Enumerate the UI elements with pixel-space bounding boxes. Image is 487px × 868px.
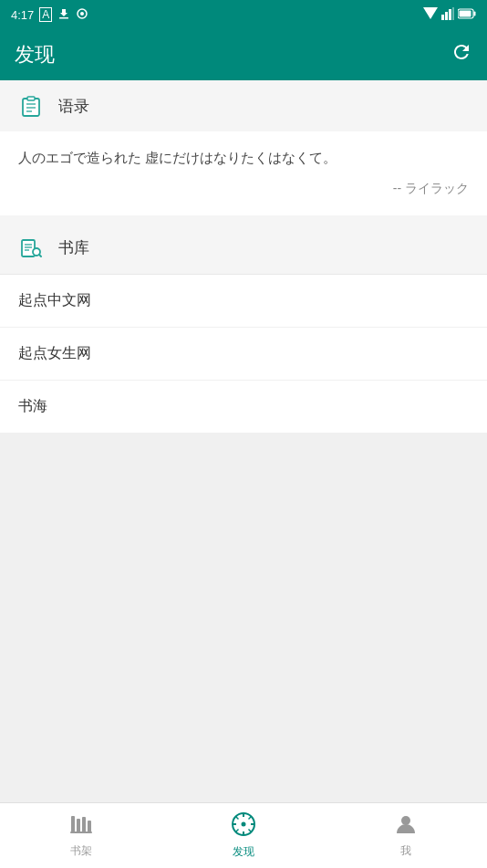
- nav-label-me: 我: [400, 843, 411, 859]
- download-icon: [57, 7, 70, 23]
- nav-item-me[interactable]: 我: [325, 803, 487, 868]
- signal-icon: [441, 7, 454, 23]
- status-left: 4:17 A: [11, 7, 88, 23]
- status-bar: 4:17 A: [0, 0, 487, 29]
- battery-icon: [458, 8, 476, 22]
- app-bar-title: 发现: [15, 41, 55, 68]
- refresh-button[interactable]: [451, 41, 472, 68]
- clipboard-icon: [15, 89, 47, 122]
- nav-label-discover: 发现: [233, 844, 254, 860]
- quote-text: 人のエゴで造られた 虚にだけはなりたくはなくて。: [18, 146, 469, 170]
- svg-marker-3: [423, 7, 438, 19]
- content-spacer: [0, 433, 487, 615]
- svg-rect-23: [77, 819, 80, 832]
- library-item-qidian[interactable]: 起点中文网: [0, 275, 487, 328]
- library-section: 书库 起点中文网 起点女生网 书海: [0, 223, 487, 433]
- user-icon: [394, 812, 418, 840]
- svg-rect-24: [82, 817, 86, 832]
- svg-rect-26: [70, 831, 92, 833]
- library-item-qidian-women[interactable]: 起点女生网: [0, 328, 487, 381]
- app-bar: 发现: [0, 29, 487, 80]
- bottom-navigation: 书架 发现 我: [0, 802, 487, 868]
- svg-point-2: [80, 12, 84, 16]
- library-section-label: 书库: [58, 237, 89, 258]
- status-right: [423, 7, 476, 23]
- status-time: 4:17: [11, 8, 34, 22]
- nav-item-bookshelf[interactable]: 书架: [0, 803, 162, 868]
- search-book-icon: [15, 232, 47, 265]
- svg-line-36: [236, 830, 239, 832]
- quote-card: 人のエゴで造られた 虚にだけはなりたくはなくて。 -- ライラック: [0, 131, 487, 215]
- svg-line-21: [39, 255, 41, 256]
- svg-rect-6: [449, 9, 451, 20]
- nav-item-discover[interactable]: 发现: [162, 803, 325, 868]
- svg-line-35: [249, 817, 252, 820]
- quote-section-label: 语录: [58, 96, 89, 117]
- svg-rect-25: [88, 821, 91, 832]
- svg-point-28: [242, 822, 246, 827]
- svg-rect-4: [441, 15, 444, 20]
- svg-line-33: [236, 817, 239, 820]
- svg-rect-12: [27, 97, 35, 100]
- main-content: 语录 人のエゴで造られた 虚にだけはなりたくはなくて。 -- ライラック 书库 …: [0, 80, 487, 615]
- quote-section-header: 语录: [0, 80, 487, 131]
- notification-a-icon: A: [39, 7, 52, 22]
- library-item-shuhai[interactable]: 书海: [0, 381, 487, 433]
- bookshelf-icon: [69, 812, 93, 840]
- discover-icon: [231, 811, 256, 841]
- library-section-header: 书库: [0, 223, 487, 275]
- wifi-icon: [423, 7, 438, 23]
- svg-rect-22: [71, 816, 75, 832]
- svg-line-34: [249, 830, 252, 832]
- nav-label-bookshelf: 书架: [70, 843, 92, 859]
- svg-rect-0: [59, 17, 68, 19]
- svg-rect-5: [445, 12, 448, 20]
- svg-rect-9: [474, 11, 476, 16]
- svg-point-37: [401, 816, 410, 825]
- quote-author: -- ライラック: [18, 181, 469, 197]
- svg-rect-7: [452, 7, 454, 20]
- usb-icon: [76, 7, 88, 23]
- svg-rect-10: [460, 10, 471, 16]
